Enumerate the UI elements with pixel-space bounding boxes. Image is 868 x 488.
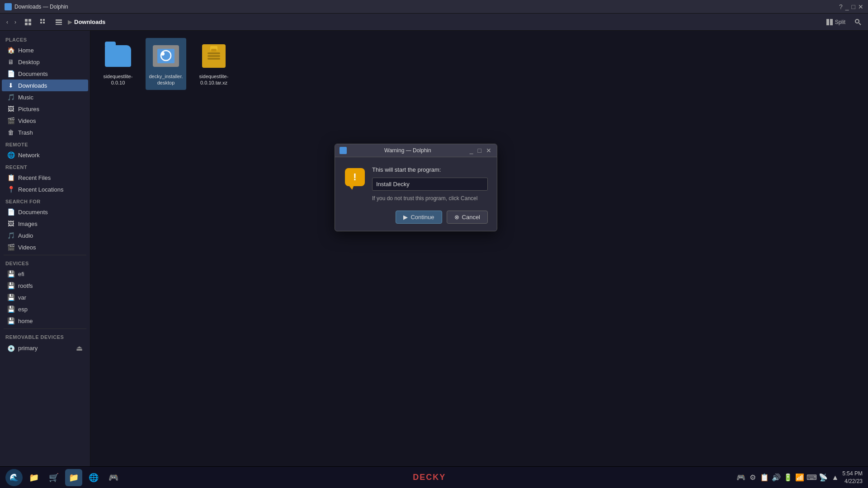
search-audio-icon: 🎵 [7, 232, 14, 239]
trash-icon: 🗑 [7, 129, 14, 136]
sidebar-item-videos[interactable]: 🎬 Videos [2, 115, 88, 127]
taskbar-start-button[interactable]: 🌊 [5, 469, 23, 486]
taskbar-clock: 5:54 PM 4/22/23 [842, 470, 863, 485]
maximize-button[interactable]: □ [852, 3, 855, 10]
dialog-controls[interactable]: _ □ ✕ [469, 147, 492, 154]
sidebar-item-desktop[interactable]: 🖥 Desktop [2, 56, 88, 68]
tray-arrow[interactable]: ▲ [830, 473, 840, 482]
sidebar-item-search-images[interactable]: 🖼 Images [2, 218, 88, 230]
sidebar-item-pictures[interactable]: 🖼 Pictures [2, 103, 88, 115]
svg-rect-11 [826, 19, 829, 25]
window-controls[interactable]: ? _ □ ✕ [839, 3, 863, 10]
keyboard-icon[interactable]: ⌨ [807, 473, 816, 482]
sidebar-item-label: Recent Files [18, 174, 51, 181]
folder-icon [104, 42, 132, 70]
taskbar-steam-button[interactable]: 🎮 [105, 469, 122, 486]
breadcrumb-current[interactable]: Downloads [74, 19, 105, 25]
toolbar: ‹ › ▶ Downloads Split [0, 14, 868, 31]
places-header: Places [0, 33, 90, 44]
dialog-maximize-button[interactable]: □ [477, 147, 482, 154]
minimize-button[interactable]: _ [845, 3, 849, 10]
bluetooth-icon[interactable]: 📶 [795, 473, 804, 482]
sidebar-item-documents[interactable]: 📄 Documents [2, 68, 88, 80]
dialog-buttons: ▶ Continue ⊗ Cancel [344, 209, 488, 224]
taskbar-chrome-button[interactable]: 🌐 [85, 469, 102, 486]
toolbar-right: Split [822, 17, 864, 28]
sidebar-item-home[interactable]: 🏠 Home [2, 44, 88, 56]
sidebar-item-music[interactable]: 🎵 Music [2, 91, 88, 103]
taskbar-store-button[interactable]: 🛒 [45, 469, 62, 486]
continue-icon: ▶ [403, 214, 408, 221]
sidebar-item-search-audio[interactable]: 🎵 Audio [2, 230, 88, 241]
sidebar-item-efi[interactable]: 💾 efi [2, 268, 88, 280]
sidebar-item-search-documents[interactable]: 📄 Documents [2, 206, 88, 218]
file-item-folder[interactable]: sidequestlite-0.0.10 [98, 38, 138, 90]
svg-rect-10 [56, 24, 62, 25]
sidebar-item-home-device[interactable]: 💾 home [2, 315, 88, 327]
breadcrumb-sep: ▶ [68, 19, 72, 25]
wifi-icon[interactable]: 📡 [819, 473, 828, 482]
nav-arrows[interactable]: ‹ › [4, 17, 19, 27]
sidebar-item-primary[interactable]: 💿 primary ⏏ [2, 342, 88, 355]
close-button[interactable]: ✕ [858, 3, 863, 10]
recent-locations-icon: 📍 [7, 186, 14, 193]
search-docs-icon: 📄 [7, 208, 14, 216]
sidebar-item-var[interactable]: 💾 var [2, 291, 88, 303]
view-icons-button[interactable] [22, 17, 34, 28]
sidebar-item-label: Documents [18, 209, 48, 216]
system-tray-icon[interactable]: ⚙ [748, 473, 757, 482]
search-button[interactable] [852, 17, 864, 28]
sidebar-item-downloads[interactable]: ⬇ Downloads [2, 80, 88, 91]
svg-rect-1 [28, 19, 31, 22]
sidebar-item-label: Images [18, 221, 38, 227]
dialog-close-button[interactable]: ✕ [485, 147, 492, 154]
eject-icon[interactable]: ⏏ [76, 344, 83, 352]
sidebar-item-label: efi [18, 271, 24, 277]
sidebar-item-search-videos[interactable]: 🎬 Videos [2, 241, 88, 253]
recent-header: Recent [0, 161, 90, 172]
view-compact-button[interactable] [37, 17, 50, 28]
sidebar-item-label: home [18, 318, 33, 324]
recent-files-icon: 📋 [7, 174, 14, 181]
efi-icon: 💾 [7, 270, 14, 277]
back-button[interactable]: ‹ [4, 17, 11, 27]
battery-icon[interactable]: 🔋 [783, 473, 793, 482]
steam-tray-icon[interactable]: 🎮 [736, 473, 745, 482]
svg-rect-21 [208, 58, 220, 60]
split-label: Split [835, 19, 845, 25]
volume-icon[interactable]: 🔊 [772, 473, 781, 482]
svg-rect-19 [208, 52, 220, 54]
svg-rect-3 [28, 23, 31, 25]
clipboard-icon[interactable]: 📋 [760, 473, 769, 482]
svg-rect-0 [25, 19, 28, 22]
warning-bubble: ! [345, 168, 365, 186]
sidebar-item-recent-files[interactable]: 📋 Recent Files [2, 172, 88, 183]
taskbar-files-button[interactable]: 📁 [25, 469, 42, 486]
primary-icon: 💿 [7, 345, 14, 352]
home-icon: 🏠 [7, 47, 14, 54]
sidebar-item-rootfs[interactable]: 💾 rootfs [2, 280, 88, 291]
sidebar-item-label: esp [18, 306, 28, 313]
remote-header: Remote [0, 138, 90, 149]
dialog-body: ! This will start the program: If you do… [335, 157, 497, 231]
file-item-desktop[interactable]: decky_installer.desktop [146, 38, 186, 90]
help-button[interactable]: ? [839, 3, 843, 10]
dialog-minimize-button[interactable]: _ [469, 147, 474, 154]
split-button[interactable]: Split [822, 17, 849, 28]
taskbar-dolphin-button[interactable]: 📁 [65, 469, 82, 486]
file-item-archive[interactable]: sidequestlite-0.0.10.tar.xz [193, 38, 234, 90]
sidebar-item-recent-locations[interactable]: 📍 Recent Locations [2, 183, 88, 195]
divider-devices [4, 255, 86, 255]
program-name-input[interactable] [372, 178, 488, 191]
cancel-button[interactable]: ⊗ Cancel [447, 211, 488, 224]
view-list-button[interactable] [52, 17, 65, 28]
sidebar-item-esp[interactable]: 💾 esp [2, 303, 88, 315]
forward-button[interactable]: › [12, 17, 19, 27]
sidebar-item-trash[interactable]: 🗑 Trash [2, 127, 88, 138]
continue-button[interactable]: ▶ Continue [396, 211, 442, 224]
dialog-content: ! This will start the program: If you do… [344, 166, 488, 202]
app-icon [5, 3, 12, 10]
sidebar-item-network[interactable]: 🌐 Network [2, 149, 88, 161]
cancel-icon: ⊗ [454, 214, 459, 221]
warning-dialog[interactable]: Warning — Dolphin _ □ ✕ ! This will star… [335, 144, 497, 231]
